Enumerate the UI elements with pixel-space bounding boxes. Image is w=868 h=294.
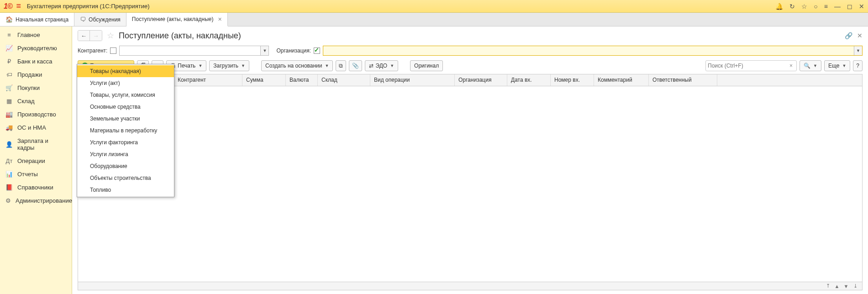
scroll-bottom-icon[interactable]: ⤓ <box>851 283 859 289</box>
chevron-down-icon: ▼ <box>241 63 245 68</box>
original-button[interactable]: Оригинал <box>410 60 443 71</box>
column-header[interactable]: Сумма <box>242 74 286 86</box>
sidebar-item-7[interactable]: 🚚ОС и НМА <box>0 121 72 134</box>
sidebar-icon: 📈 <box>5 45 13 52</box>
close-page-icon[interactable]: ✕ <box>857 32 863 39</box>
sidebar-item-6[interactable]: 🏭Производство <box>0 108 72 121</box>
chevron-down-icon[interactable]: ▼ <box>854 46 862 55</box>
find-button[interactable]: 🔍 ▼ <box>800 60 821 71</box>
clear-search-icon[interactable]: × <box>788 63 794 69</box>
maximize-icon[interactable]: ◻ <box>847 3 852 10</box>
sidebar-item-label: Главное <box>17 31 40 38</box>
main-menu-icon[interactable] <box>14 2 23 11</box>
history-icon[interactable]: ↻ <box>789 3 795 10</box>
sidebar-icon: ₽ <box>5 58 13 65</box>
dropdown-item[interactable]: Услуги (акт) <box>77 77 174 89</box>
sidebar-item-0[interactable]: ≡Главное <box>0 28 72 42</box>
star-icon[interactable]: ☆ <box>801 3 807 10</box>
column-header[interactable]: Комментарий <box>594 74 649 86</box>
tab-active[interactable]: Поступление (акты, накладные) ✕ <box>126 13 228 26</box>
column-header[interactable]: Номер вх. <box>551 74 594 86</box>
sidebar-item-label: Зарплата и кадры <box>17 137 66 151</box>
dropdown-item[interactable]: Земельные участки <box>77 113 174 125</box>
dropdown-item[interactable]: Материалы в переработку <box>77 125 174 136</box>
sidebar-item-2[interactable]: ₽Банк и касса <box>0 55 72 68</box>
organization-input[interactable] <box>323 46 854 55</box>
column-header[interactable]: Вид операции <box>370 74 455 86</box>
attach-button[interactable]: 📎 <box>349 60 362 71</box>
sidebar-item-4[interactable]: 🛒Покупки <box>0 81 72 94</box>
link-icon[interactable]: 🔗 <box>845 32 852 39</box>
dropdown-item[interactable]: Услуги факторинга <box>77 136 174 148</box>
edo-button[interactable]: ⇄ ЭДО ▼ <box>365 60 398 71</box>
sidebar-item-5[interactable]: ▦Склад <box>0 94 72 108</box>
settings-lines-icon[interactable]: ≡ <box>824 3 828 10</box>
chevron-down-icon: ▼ <box>842 63 846 68</box>
search-box[interactable]: × <box>705 60 797 71</box>
question-icon: ? <box>856 63 859 69</box>
edo-icon: ⇄ <box>369 63 374 69</box>
minimize-icon[interactable]: — <box>834 3 841 10</box>
dropdown-item[interactable]: Основные средства <box>77 101 174 113</box>
circle-icon[interactable]: ○ <box>814 3 817 10</box>
dropdown-item[interactable]: Объекты строительства <box>77 172 174 184</box>
forward-button[interactable]: → <box>90 31 102 41</box>
chevron-down-icon[interactable]: ▼ <box>260 46 268 55</box>
column-header[interactable]: Валюта <box>286 74 318 86</box>
help-button[interactable]: ? <box>853 60 863 71</box>
sidebar-item-label: Производство <box>17 111 56 118</box>
button-label: Еще <box>828 63 839 69</box>
tab-home[interactable]: 🏠 Начальная страница <box>0 13 74 26</box>
load-button[interactable]: Загрузить ▼ <box>209 60 249 71</box>
dropdown-item[interactable]: Товары (накладная) <box>77 65 174 77</box>
sidebar-icon: ≡ <box>5 31 13 38</box>
column-header[interactable]: Контрагент <box>174 74 242 86</box>
sidebar-item-10[interactable]: 📊Отчеты <box>0 168 72 181</box>
organization-checkbox[interactable] <box>314 47 320 54</box>
search-input[interactable] <box>708 63 788 69</box>
more-button[interactable]: Еще ▼ <box>824 60 850 71</box>
close-window-icon[interactable]: ✕ <box>859 3 864 10</box>
related-docs-button[interactable]: ⧉ <box>336 60 346 71</box>
scroll-top-icon[interactable]: ⤒ <box>824 283 832 289</box>
sidebar-item-12[interactable]: ⚙Администрирование <box>0 194 72 207</box>
button-label: Загрузить <box>213 63 238 69</box>
sidebar-item-1[interactable]: 📈Руководителю <box>0 42 72 55</box>
tab-bar: 🏠 Начальная страница 🗨 Обсуждения Поступ… <box>0 13 868 26</box>
column-header[interactable]: Дата вх. <box>507 74 551 86</box>
sidebar-item-9[interactable]: ДтОперации <box>0 154 72 168</box>
sidebar-item-8[interactable]: 👤Зарплата и кадры <box>0 134 72 154</box>
sidebar-item-label: Операции <box>17 158 45 164</box>
sidebar-item-3[interactable]: 🏷Продажи <box>0 68 72 81</box>
column-header[interactable]: Ответственный <box>649 74 717 86</box>
magnifier-icon: 🔍 <box>804 63 810 69</box>
tab-discussions[interactable]: 🗨 Обсуждения <box>74 13 126 26</box>
dropdown-item[interactable]: Оборудование <box>77 160 174 172</box>
table: ДатаНомерКонтрагентСуммаВалютаСкладВид о… <box>78 74 863 290</box>
dropdown-item[interactable]: Топливо <box>77 184 174 196</box>
organization-label: Организация: <box>276 47 311 54</box>
bell-icon[interactable]: 🔔 <box>775 3 783 10</box>
sidebar-item-label: Продажи <box>17 71 42 78</box>
dropdown-item[interactable]: Товары, услуги, комиссия <box>77 89 174 101</box>
sidebar-item-11[interactable]: 📕Справочники <box>0 181 72 194</box>
organization-combo[interactable]: ▼ <box>323 46 863 56</box>
table-footer: ⤒ ▲ ▼ ⤓ <box>78 282 862 290</box>
back-button[interactable]: ← <box>78 31 90 41</box>
base-on-button[interactable]: Создать на основании ▼ <box>261 60 333 71</box>
paperclip-icon: 📎 <box>352 63 359 69</box>
tab-label: Поступление (акты, накладные) <box>132 16 214 22</box>
favorite-star-icon[interactable]: ☆ <box>107 31 114 41</box>
scroll-down-icon[interactable]: ▼ <box>842 284 850 289</box>
logo-1c: 1© <box>4 2 12 10</box>
tab-close-icon[interactable]: ✕ <box>218 16 222 22</box>
counterparty-input[interactable] <box>120 46 260 55</box>
column-header[interactable]: Организация <box>455 74 507 86</box>
counterparty-combo[interactable]: ▼ <box>119 46 269 56</box>
toolbar: + Поступление ▼ 🗐 Дт 🖶 Печать ▼ Загрузит… <box>72 58 868 73</box>
scroll-up-icon[interactable]: ▲ <box>833 284 841 289</box>
counterparty-checkbox[interactable] <box>110 47 116 54</box>
sidebar-icon: 🏭 <box>5 111 13 118</box>
column-header[interactable]: Склад <box>318 74 370 86</box>
dropdown-item[interactable]: Услуги лизинга <box>77 148 174 160</box>
